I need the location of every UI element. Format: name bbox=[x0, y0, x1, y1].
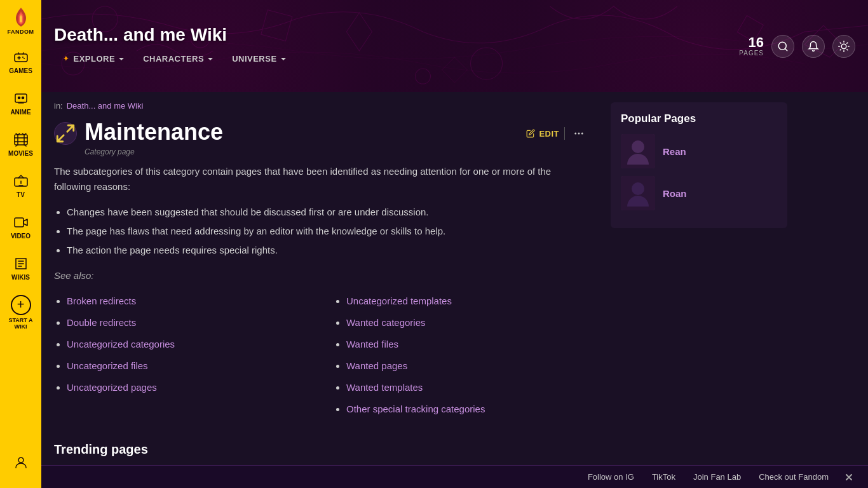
close-icon bbox=[844, 472, 854, 482]
footer-tiktok[interactable]: TikTok bbox=[643, 466, 684, 488]
footer-join-fan-lab[interactable]: Join Fan Lab bbox=[684, 466, 750, 488]
fandom-label: FANDOM bbox=[8, 29, 34, 35]
list-item: Double redirects bbox=[67, 315, 308, 330]
bullet-item-1: Changes have been suggested that should … bbox=[67, 205, 588, 220]
movies-label: MOVIES bbox=[8, 150, 33, 157]
tv-label: TV bbox=[17, 191, 25, 198]
svg-point-16 bbox=[415, 69, 430, 84]
search-icon bbox=[777, 41, 789, 52]
sidebar-item-video[interactable]: VIDEO bbox=[0, 207, 41, 248]
theme-toggle-button[interactable] bbox=[832, 35, 855, 58]
footer-close-button[interactable] bbox=[840, 468, 858, 486]
hero-controls: 16 PAGES bbox=[739, 35, 855, 58]
breadcrumb: in: Death... and me Wiki bbox=[54, 92, 588, 114]
footer-bar: Follow on IG TikTok Join Fan Lab Check o… bbox=[41, 465, 868, 488]
article-body: The subcategories of this category conta… bbox=[54, 164, 588, 427]
breadcrumb-link[interactable]: Death... and me Wiki bbox=[67, 101, 144, 111]
list-item: Uncategorized categories bbox=[67, 337, 308, 352]
list-item: Wanted pages bbox=[346, 358, 588, 374]
notification-button[interactable] bbox=[802, 35, 825, 58]
nav-characters[interactable]: CHARACTERS bbox=[134, 50, 223, 67]
popular-item-1[interactable]: Rean bbox=[621, 134, 777, 168]
popular-item-name-roan[interactable]: Roan bbox=[663, 188, 687, 199]
bell-icon bbox=[808, 41, 819, 52]
edit-icon bbox=[526, 129, 535, 138]
link-col-2: Uncategorized templates Wanted categorie… bbox=[334, 294, 588, 427]
start-wiki-label: START AWIKI bbox=[9, 318, 33, 330]
sidebar-item-anime[interactable]: ANIME bbox=[0, 83, 41, 124]
footer-follow-ig[interactable]: Follow on IG bbox=[579, 466, 643, 488]
chevron-down-icon bbox=[207, 55, 214, 63]
nav-explore[interactable]: ✦ EXPLORE bbox=[54, 50, 134, 67]
popular-item-2[interactable]: Roan bbox=[621, 176, 777, 210]
wikis-label: WIKIS bbox=[11, 274, 30, 281]
svg-point-25 bbox=[632, 140, 644, 153]
link-col-1: Broken redirects Double redirects Uncate… bbox=[54, 294, 308, 427]
popular-item-name-rean[interactable]: Rean bbox=[663, 146, 686, 157]
expand-button[interactable] bbox=[54, 122, 77, 145]
article-intro: The subcategories of this category conta… bbox=[54, 164, 588, 194]
pages-label: PAGES bbox=[739, 50, 764, 57]
link-wanted-templates[interactable]: Wanted templates bbox=[346, 382, 423, 393]
link-wanted-files[interactable]: Wanted files bbox=[346, 339, 398, 349]
link-uncategorized-pages[interactable]: Uncategorized pages bbox=[67, 382, 157, 393]
edit-button[interactable]: EDIT bbox=[526, 129, 559, 139]
svg-point-27 bbox=[632, 182, 644, 195]
expand-icon bbox=[55, 123, 76, 144]
link-other-special[interactable]: Other special tracking categories bbox=[346, 403, 485, 414]
wiki-title: Death... and me Wiki bbox=[54, 25, 296, 45]
article-main: in: Death... and me Wiki Maintenance Cat… bbox=[41, 92, 600, 488]
main-wrapper: Death... and me Wiki ✦ EXPLORE CHARACTER… bbox=[41, 0, 868, 488]
list-item: Broken redirects bbox=[67, 294, 308, 309]
sidebar-item-wikis[interactable]: WIKIS bbox=[0, 248, 41, 289]
sidebar-item-games[interactable]: GAMES bbox=[0, 41, 41, 83]
svg-point-4 bbox=[18, 97, 20, 99]
wiki-nav: ✦ EXPLORE CHARACTERS UNIVERSE bbox=[54, 50, 296, 67]
list-item: Wanted files bbox=[346, 337, 588, 352]
svg-point-20 bbox=[578, 133, 580, 135]
wiki-hero-content: Death... and me Wiki ✦ EXPLORE CHARACTER… bbox=[41, 25, 309, 67]
link-double-redirects[interactable]: Double redirects bbox=[67, 317, 136, 328]
list-item: Uncategorized files bbox=[67, 358, 308, 374]
svg-point-5 bbox=[22, 97, 24, 99]
link-uncategorized-categories[interactable]: Uncategorized categories bbox=[67, 339, 175, 349]
pages-count: 16 PAGES bbox=[739, 36, 764, 57]
link-uncategorized-files[interactable]: Uncategorized files bbox=[67, 360, 148, 371]
article-bullet-list: Changes have been suggested that should … bbox=[54, 205, 588, 258]
svg-rect-0 bbox=[15, 54, 27, 62]
popular-section: Popular Pages Rean bbox=[611, 102, 787, 228]
popular-thumb-rean bbox=[621, 134, 655, 168]
games-label: GAMES bbox=[9, 67, 32, 74]
wiki-hero: Death... and me Wiki ✦ EXPLORE CHARACTER… bbox=[41, 0, 868, 92]
nav-universe[interactable]: UNIVERSE bbox=[223, 50, 295, 67]
article-actions: EDIT bbox=[526, 125, 588, 142]
link-broken-redirects[interactable]: Broken redirects bbox=[67, 295, 136, 306]
popular-title: Popular Pages bbox=[621, 112, 777, 125]
anime-label: ANIME bbox=[10, 109, 31, 116]
pages-number: 16 bbox=[739, 36, 764, 50]
article-header: Maintenance Category page EDIT bbox=[54, 114, 588, 164]
link-columns: Broken redirects Double redirects Uncate… bbox=[54, 294, 588, 427]
list-item: Wanted categories bbox=[346, 315, 588, 330]
sidebar-item-start-wiki[interactable]: + START AWIKI bbox=[0, 292, 41, 333]
fandom-logo[interactable]: FANDOM bbox=[0, 0, 41, 41]
search-button[interactable] bbox=[771, 35, 794, 58]
trending-title: Trending pages bbox=[54, 442, 588, 457]
svg-point-13 bbox=[471, 48, 503, 79]
link-wanted-pages[interactable]: Wanted pages bbox=[346, 360, 407, 371]
more-button[interactable] bbox=[570, 125, 588, 142]
right-sidebar: Popular Pages Rean bbox=[600, 92, 797, 488]
add-icon: + bbox=[11, 295, 31, 315]
article-subtitle: Category page bbox=[85, 147, 519, 156]
link-wanted-categories[interactable]: Wanted categories bbox=[346, 317, 426, 328]
link-uncategorized-templates[interactable]: Uncategorized templates bbox=[346, 295, 452, 306]
svg-rect-6 bbox=[15, 135, 27, 145]
sun-icon bbox=[838, 41, 850, 52]
footer-check-out-fandom[interactable]: Check out Fandom bbox=[750, 466, 837, 488]
svg-point-9 bbox=[18, 458, 24, 463]
sidebar-item-user[interactable] bbox=[0, 442, 41, 483]
svg-point-19 bbox=[574, 133, 576, 135]
sidebar-item-movies[interactable]: MOVIES bbox=[0, 124, 41, 165]
sidebar-item-tv[interactable]: TV bbox=[0, 165, 41, 207]
svg-point-1 bbox=[22, 57, 24, 58]
